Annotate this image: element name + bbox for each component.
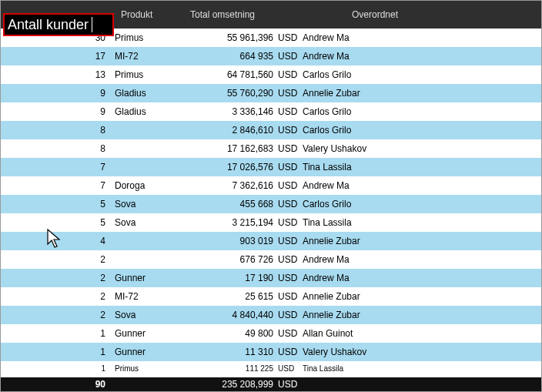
- cell-total: 55 961,396: [184, 32, 276, 43]
- cell-total: 903 019: [184, 236, 276, 246]
- cell-product: Gunner: [115, 347, 184, 357]
- header-total[interactable]: Total omsetning: [184, 6, 346, 23]
- cell-over: Andrew Ma: [299, 254, 541, 265]
- header-count-editbox[interactable]: Antall kunder: [3, 13, 114, 36]
- cell-count: 13: [1, 69, 115, 80]
- table-footer: 90 235 208,999 USD: [1, 377, 541, 391]
- cell-total: 3 215,194: [184, 217, 276, 228]
- table-row[interactable]: 7Doroga7 362,616USDAndrew Ma: [1, 176, 541, 195]
- cell-product: Primus: [115, 364, 184, 373]
- cell-total: 11 310: [184, 347, 276, 357]
- cell-over: Valery Ushakov: [299, 347, 541, 357]
- cell-currency: USD: [276, 328, 299, 339]
- cell-count: 5: [1, 217, 115, 228]
- cell-product: Gunner: [115, 328, 184, 339]
- footer-currency: USD: [276, 379, 299, 390]
- cell-over: Carlos Grilo: [299, 199, 541, 209]
- cell-count: 7: [1, 162, 115, 173]
- cell-total: 455 668: [184, 199, 276, 209]
- cell-over: Carlos Grilo: [299, 69, 541, 80]
- cell-over: Allan Guinot: [299, 328, 541, 339]
- cell-product: MI-72: [115, 51, 184, 62]
- cell-currency: USD: [276, 364, 299, 373]
- cell-total: 2 846,610: [184, 125, 276, 136]
- cell-count: 2: [1, 310, 115, 320]
- cell-total: 3 336,146: [184, 106, 276, 117]
- cell-currency: USD: [276, 199, 299, 209]
- cell-product: Gladius: [115, 88, 184, 99]
- table-row[interactable]: 1Primus111 225USDTina Lassila: [1, 361, 541, 375]
- table-row[interactable]: 2MI-7225 615USDAnnelie Zubar: [1, 287, 541, 306]
- table-row[interactable]: 717 026,576USDTina Lassila: [1, 158, 541, 176]
- header-count[interactable]: Antall kunder: [1, 12, 115, 18]
- cell-currency: USD: [276, 236, 299, 246]
- header-over[interactable]: Overordnet: [346, 6, 541, 23]
- table-row[interactable]: 817 162,683USDValery Ushakov: [1, 139, 541, 158]
- cell-currency: USD: [276, 125, 299, 136]
- table-row[interactable]: 5Sova3 215,194USDTina Lassila: [1, 213, 541, 232]
- table-body: 30Primus55 961,396USDAndrew Ma17MI-72664…: [1, 28, 541, 379]
- cell-count: 5: [1, 199, 115, 209]
- cell-count: 9: [1, 106, 115, 117]
- table-row[interactable]: 5Sova455 668USDCarlos Grilo: [1, 195, 541, 213]
- table-header: Antall kunder Produkt Total omsetning Ov…: [1, 1, 541, 28]
- cell-total: 17 190: [184, 273, 276, 283]
- cell-total: 25 615: [184, 291, 276, 302]
- cell-currency: USD: [276, 162, 299, 173]
- cell-currency: USD: [276, 106, 299, 117]
- cell-over: Tina Lassila: [299, 364, 541, 373]
- header-product[interactable]: Produkt: [115, 6, 184, 23]
- cell-total: 49 800: [184, 328, 276, 339]
- footer-total: 235 208,999: [184, 379, 276, 390]
- cell-count: 8: [1, 143, 115, 154]
- cell-count: 1: [1, 364, 115, 373]
- table-row[interactable]: 2Gunner17 190USDAndrew Ma: [1, 269, 541, 287]
- table-row[interactable]: 13Primus64 781,560USDCarlos Grilo: [1, 65, 541, 84]
- table-row[interactable]: 9Gladius3 336,146USDCarlos Grilo: [1, 102, 541, 121]
- cell-over: Andrew Ma: [299, 273, 541, 283]
- cell-product: Primus: [115, 32, 184, 43]
- cell-count: 1: [1, 347, 115, 357]
- table-row[interactable]: 4903 019USDAnnelie Zubar: [1, 232, 541, 250]
- table-row[interactable]: 1Gunner11 310USDValery Ushakov: [1, 343, 541, 361]
- cell-currency: USD: [276, 217, 299, 228]
- cell-currency: USD: [276, 32, 299, 43]
- table-row[interactable]: 9Gladius55 760,290USDAnnelie Zubar: [1, 84, 541, 102]
- cell-over: Carlos Grilo: [299, 125, 541, 136]
- cell-count: 17: [1, 51, 115, 62]
- cell-product: Sova: [115, 199, 184, 209]
- cell-product: Sova: [115, 310, 184, 320]
- cell-currency: USD: [276, 143, 299, 154]
- cell-count: 9: [1, 88, 115, 99]
- cell-currency: USD: [276, 180, 299, 191]
- header-count-text: Antall kunder: [8, 17, 89, 33]
- cell-over: Tina Lassila: [299, 162, 541, 173]
- table-row[interactable]: 1Gunner49 800USDAllan Guinot: [1, 324, 541, 343]
- cell-count: 2: [1, 254, 115, 265]
- cell-count: 8: [1, 125, 115, 136]
- cell-currency: USD: [276, 310, 299, 320]
- cell-product: MI-72: [115, 291, 184, 302]
- cell-count: 7: [1, 180, 115, 191]
- cell-over: Valery Ushakov: [299, 143, 541, 154]
- cell-total: 111 225: [184, 364, 276, 373]
- cell-over: Andrew Ma: [299, 51, 541, 62]
- cell-total: 17 026,576: [184, 162, 276, 173]
- table-row[interactable]: 82 846,610USDCarlos Grilo: [1, 121, 541, 139]
- cell-total: 676 726: [184, 254, 276, 265]
- cell-currency: USD: [276, 347, 299, 357]
- cell-product: Doroga: [115, 180, 184, 191]
- table-row[interactable]: 2676 726USDAndrew Ma: [1, 250, 541, 269]
- table-row[interactable]: 17MI-72664 935USDAndrew Ma: [1, 47, 541, 65]
- cell-over: Andrew Ma: [299, 180, 541, 191]
- cell-over: Annelie Zubar: [299, 88, 541, 99]
- cell-total: 664 935: [184, 51, 276, 62]
- cell-total: 55 760,290: [184, 88, 276, 99]
- cell-count: 2: [1, 291, 115, 302]
- cell-over: Annelie Zubar: [299, 310, 541, 320]
- table-row[interactable]: 2Sova4 840,440USDAnnelie Zubar: [1, 306, 541, 324]
- text-cursor-icon: [92, 17, 92, 32]
- cell-currency: USD: [276, 51, 299, 62]
- cell-count: 4: [1, 236, 115, 246]
- cell-product: Gladius: [115, 106, 184, 117]
